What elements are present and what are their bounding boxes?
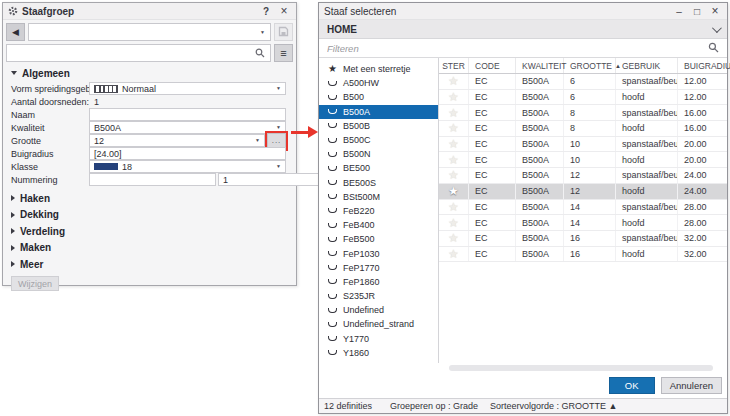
klasse-color-swatch bbox=[94, 163, 118, 170]
options-menu-button[interactable]: ≡ bbox=[274, 44, 293, 62]
tree-item-B500N[interactable]: B500N bbox=[319, 147, 438, 161]
tree-label: FeB400 bbox=[343, 220, 375, 230]
staaf-selecteren-titlebar[interactable]: Staaf selecteren – □ × bbox=[319, 3, 727, 20]
close-icon[interactable]: × bbox=[277, 4, 291, 19]
tree-item-S235JR[interactable]: S235JR bbox=[319, 289, 438, 303]
tree-item-B500[interactable]: B500 bbox=[319, 90, 438, 104]
star-cell[interactable]: ★ bbox=[439, 105, 469, 120]
star-cell[interactable]: ★ bbox=[439, 121, 469, 136]
tree-item-BE500S[interactable]: BE500S bbox=[319, 176, 438, 190]
help-icon[interactable]: ? bbox=[259, 4, 273, 19]
table-row[interactable]: ★ECB500A6spanstaaf/beugel12.00 bbox=[439, 74, 727, 90]
search-box[interactable] bbox=[6, 44, 271, 62]
tree-item-Y1770[interactable]: Y1770 bbox=[319, 332, 438, 346]
vorm-spreidingsgebied-dropdown[interactable]: Normaal ▼ bbox=[89, 82, 286, 95]
star-cell[interactable]: ★ bbox=[439, 90, 469, 105]
table-row[interactable]: ★ECB500A12hoofd24.00 bbox=[439, 184, 727, 200]
section-algemeen[interactable]: Algemeen bbox=[11, 67, 296, 79]
filter-input[interactable] bbox=[327, 43, 708, 54]
klasse-value: 18 bbox=[122, 162, 132, 172]
back-button[interactable]: ◀ bbox=[6, 23, 25, 41]
catalog-dropdown[interactable]: HOME bbox=[319, 20, 727, 39]
buigradius-input[interactable] bbox=[89, 147, 286, 160]
star-cell[interactable]: ★ bbox=[439, 200, 469, 215]
section-maken[interactable]: Maken bbox=[3, 240, 296, 257]
table-row[interactable]: ★ECB500A14hoofd28.00 bbox=[439, 215, 727, 231]
minimize-icon[interactable]: – bbox=[672, 4, 686, 19]
table-row[interactable]: ★ECB500A10spanstaaf/beugel20.00 bbox=[439, 137, 727, 153]
star-cell[interactable]: ★ bbox=[439, 231, 469, 246]
table-row[interactable]: ★ECB500A10hoofd20.00 bbox=[439, 152, 727, 168]
tree-item-B500C[interactable]: B500C bbox=[319, 133, 438, 147]
tree-item-Undefined_strand[interactable]: Undefined_strand bbox=[319, 317, 438, 331]
cell-kwaliteit: B500A bbox=[516, 137, 564, 152]
horizontal-scrollbar[interactable] bbox=[449, 365, 713, 371]
klasse-dropdown[interactable]: 18 ▼ bbox=[89, 160, 286, 173]
profile-toolbar: ◀ ▼ bbox=[6, 23, 293, 41]
table-row[interactable]: ★ECB500A16spanstaaf/beugel32.00 bbox=[439, 231, 727, 247]
close-icon[interactable]: × bbox=[708, 4, 722, 19]
cancel-button[interactable]: Annuleren bbox=[661, 377, 722, 394]
table-row[interactable]: ★ECB500A12spanstaaf/beugel24.00 bbox=[439, 168, 727, 184]
cell-grootte: 8 bbox=[564, 105, 616, 120]
tree-item-FeP1030[interactable]: FeP1030 bbox=[319, 246, 438, 260]
star-icon: ★ bbox=[328, 64, 337, 74]
tree-item-FeB500[interactable]: FeB500 bbox=[319, 232, 438, 246]
maximize-icon[interactable]: □ bbox=[690, 4, 704, 19]
tree-label: BSt500M bbox=[343, 192, 380, 202]
column-header-kwaliteit[interactable]: KWALITEIT bbox=[516, 58, 564, 73]
cell-grootte: 6 bbox=[564, 74, 616, 89]
filter-box[interactable] bbox=[319, 39, 727, 58]
ok-button[interactable]: OK bbox=[609, 377, 655, 394]
section-dekking[interactable]: Dekking bbox=[3, 207, 296, 224]
naam-input[interactable] bbox=[89, 108, 286, 121]
save-button[interactable] bbox=[274, 23, 293, 41]
section-verdeling[interactable]: Verdeling bbox=[3, 223, 296, 240]
tree-item-B500A[interactable]: B500A bbox=[319, 105, 438, 119]
tree-item-Y1860[interactable]: Y1860 bbox=[319, 346, 438, 360]
tree-item-FeB220[interactable]: FeB220 bbox=[319, 204, 438, 218]
star-cell[interactable]: ★ bbox=[439, 215, 469, 230]
tree-item-BE500[interactable]: BE500 bbox=[319, 161, 438, 175]
column-header-grootte[interactable]: GROOTTE ▲ bbox=[564, 58, 616, 73]
cell-gebruik: hoofd bbox=[616, 90, 678, 105]
star-icon: ★ bbox=[448, 248, 459, 260]
tree-item-B500B[interactable]: B500B bbox=[319, 119, 438, 133]
column-header-buigradius[interactable]: BUIGRADIUS bbox=[678, 58, 730, 73]
desktop: Staafgroep ? × ◀ ▼ ≡ bbox=[0, 0, 730, 416]
star-cell[interactable]: ★ bbox=[439, 247, 469, 262]
star-cell[interactable]: ★ bbox=[439, 74, 469, 89]
grootte-dropdown[interactable]: 12 ▼ bbox=[89, 134, 265, 147]
star-cell[interactable]: ★ bbox=[439, 152, 469, 167]
star-cell[interactable]: ★ bbox=[439, 168, 469, 183]
profile-dropdown[interactable]: ▼ bbox=[28, 23, 271, 41]
section-meer[interactable]: Meer bbox=[3, 256, 296, 273]
table-row[interactable]: ★ECB500A8spanstaaf/beugel16.00 bbox=[439, 105, 727, 121]
tree-item-starred[interactable]: ★ Met een sterretje bbox=[319, 62, 438, 76]
tree-item-BSt500M[interactable]: BSt500M bbox=[319, 190, 438, 204]
kwaliteit-dropdown[interactable]: B500A ▼ bbox=[89, 121, 286, 134]
table-row[interactable]: ★ECB500A14spanstaaf/beugel28.00 bbox=[439, 200, 727, 216]
table-row[interactable]: ★ECB500A8hoofd16.00 bbox=[439, 121, 727, 137]
wijzigen-button[interactable]: Wijzigen bbox=[11, 276, 59, 291]
column-header-ster[interactable]: STER bbox=[439, 58, 469, 73]
search-input[interactable] bbox=[12, 48, 255, 59]
cell-buigradius: 20.00 bbox=[678, 152, 727, 167]
staafgroep-titlebar[interactable]: Staafgroep ? × bbox=[3, 3, 296, 20]
star-cell[interactable]: ★ bbox=[439, 137, 469, 152]
caret-right-icon bbox=[11, 212, 15, 218]
column-header-gebruik[interactable]: GEBRUIK bbox=[616, 58, 678, 73]
tree-item-Undefined[interactable]: Undefined bbox=[319, 303, 438, 317]
section-haken[interactable]: Haken bbox=[3, 190, 296, 207]
tree-item-FeP1860[interactable]: FeP1860 bbox=[319, 275, 438, 289]
table-row[interactable]: ★ECB500A16hoofd32.00 bbox=[439, 247, 727, 263]
tree-item-A500HW[interactable]: A500HW bbox=[319, 76, 438, 90]
star-cell[interactable]: ★ bbox=[439, 184, 469, 199]
nummering-prefix-input[interactable] bbox=[89, 173, 216, 186]
tree-item-FeP1770[interactable]: FeP1770 bbox=[319, 261, 438, 275]
tree-label: FeB220 bbox=[343, 206, 375, 216]
rebar-icon bbox=[328, 208, 337, 213]
column-header-code[interactable]: CODE bbox=[469, 58, 516, 73]
table-row[interactable]: ★ECB500A6hoofd12.00 bbox=[439, 90, 727, 106]
tree-item-FeB400[interactable]: FeB400 bbox=[319, 218, 438, 232]
